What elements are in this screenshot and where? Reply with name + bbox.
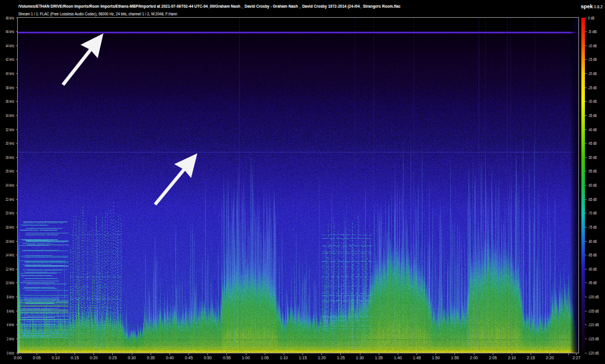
svg-text:-30 dB: -30 dB	[588, 99, 597, 103]
svg-text:40 kHz: 40 kHz	[6, 72, 15, 76]
svg-text:46 kHz: 46 kHz	[6, 30, 15, 34]
svg-text:0:55: 0:55	[223, 356, 231, 360]
svg-text:-85 dB: -85 dB	[588, 253, 597, 257]
svg-text:-100 dB: -100 dB	[588, 295, 599, 299]
svg-text:4 kHz: 4 kHz	[7, 323, 15, 327]
svg-text:2 kHz: 2 kHz	[7, 337, 15, 341]
svg-text:1:35: 1:35	[375, 356, 383, 360]
svg-text:0:40: 0:40	[166, 356, 174, 360]
svg-text:2:00: 2:00	[470, 356, 478, 360]
svg-text:24 kHz: 24 kHz	[6, 183, 15, 187]
svg-text:38 kHz: 38 kHz	[6, 86, 15, 90]
svg-text:/Volumes/ETHAN DRIVE/Roon Impo: /Volumes/ETHAN DRIVE/Roon Imports/Roon I…	[18, 4, 401, 9]
svg-text:18 kHz: 18 kHz	[6, 225, 15, 229]
svg-text:1:40: 1:40	[394, 356, 402, 360]
svg-text:2:10: 2:10	[508, 356, 516, 360]
svg-text:spek 0.8.2: spek 0.8.2	[581, 4, 603, 9]
svg-text:0:10: 0:10	[52, 356, 60, 360]
svg-text:2:20: 2:20	[546, 356, 554, 360]
svg-text:0:00: 0:00	[14, 356, 22, 360]
svg-text:-45 dB: -45 dB	[588, 141, 597, 145]
svg-text:1:05: 1:05	[261, 356, 269, 360]
svg-text:12 kHz: 12 kHz	[6, 267, 15, 271]
svg-text:2:05: 2:05	[489, 356, 497, 360]
svg-text:-20 dB: -20 dB	[588, 72, 597, 76]
svg-text:-105 dB: -105 dB	[588, 309, 599, 313]
svg-text:1:45: 1:45	[413, 356, 421, 360]
svg-text:0:30: 0:30	[128, 356, 136, 360]
svg-text:20 kHz: 20 kHz	[6, 211, 15, 215]
svg-text:1:15: 1:15	[299, 356, 307, 360]
svg-text:1:25: 1:25	[337, 356, 345, 360]
svg-text:28 kHz: 28 kHz	[6, 155, 15, 160]
svg-text:14 kHz: 14 kHz	[6, 253, 15, 257]
svg-text:-65 dB: -65 dB	[588, 197, 597, 202]
svg-text:36 kHz: 36 kHz	[6, 99, 15, 103]
svg-text:0:05: 0:05	[32, 356, 41, 360]
svg-text:22 kHz: 22 kHz	[6, 197, 15, 202]
svg-text:-15 dB: -15 dB	[588, 57, 597, 61]
svg-text:0:15: 0:15	[71, 356, 79, 360]
svg-text:1:00: 1:00	[242, 356, 250, 360]
svg-text:-75 dB: -75 dB	[588, 225, 597, 229]
svg-text:2:27: 2:27	[573, 356, 581, 360]
svg-text:26 kHz: 26 kHz	[6, 169, 15, 173]
svg-text:-35 dB: -35 dB	[588, 113, 597, 118]
svg-text:-80 dB: -80 dB	[588, 239, 597, 243]
svg-text:1:20: 1:20	[318, 356, 326, 360]
svg-text:1:30: 1:30	[356, 356, 364, 360]
svg-text:1:50: 1:50	[432, 356, 440, 360]
svg-text:-25 dB: -25 dB	[588, 86, 597, 90]
svg-text:8 kHz: 8 kHz	[7, 295, 15, 299]
svg-text:6 kHz: 6 kHz	[7, 309, 15, 313]
svg-text:2:15: 2:15	[527, 356, 535, 360]
svg-text:44 kHz: 44 kHz	[6, 44, 15, 48]
svg-text:10 kHz: 10 kHz	[6, 281, 15, 285]
svg-text:-120 dB: -120 dB	[588, 351, 599, 355]
svg-text:-10 dB: -10 dB	[588, 44, 597, 48]
svg-text:-55 dB: -55 dB	[588, 169, 597, 173]
svg-text:32 kHz: 32 kHz	[6, 128, 15, 132]
svg-text:-5 dB: -5 dB	[588, 30, 597, 34]
svg-text:-110 dB: -110 dB	[588, 323, 599, 327]
svg-text:-50 dB: -50 dB	[588, 155, 597, 160]
svg-text:-70 dB: -70 dB	[588, 211, 597, 215]
svg-text:0 kHz: 0 kHz	[7, 351, 15, 355]
svg-text:30 kHz: 30 kHz	[6, 141, 15, 145]
svg-text:-90 dB: -90 dB	[588, 267, 597, 271]
svg-text:-95 dB: -95 dB	[588, 281, 597, 285]
svg-text:Stream 1 / 1: FLAC (Free Lossl: Stream 1 / 1: FLAC (Free Lossless Audio …	[18, 11, 177, 17]
svg-text:0 dB: 0 dB	[588, 16, 594, 20]
svg-text:0:35: 0:35	[147, 356, 155, 360]
svg-text:0:25: 0:25	[109, 356, 117, 360]
svg-text:1:10: 1:10	[280, 356, 288, 360]
svg-text:16 kHz: 16 kHz	[6, 239, 15, 243]
svg-text:0:45: 0:45	[185, 356, 193, 360]
svg-text:42 kHz: 42 kHz	[6, 57, 15, 61]
svg-text:48 kHz: 48 kHz	[6, 16, 15, 20]
svg-text:1:55: 1:55	[451, 356, 459, 360]
svg-text:-40 dB: -40 dB	[588, 128, 597, 132]
svg-text:0:50: 0:50	[204, 356, 212, 360]
svg-text:-115 dB: -115 dB	[588, 337, 599, 341]
svg-text:-60 dB: -60 dB	[588, 183, 597, 187]
svg-text:0:20: 0:20	[90, 356, 98, 360]
svg-text:34 kHz: 34 kHz	[6, 113, 15, 118]
